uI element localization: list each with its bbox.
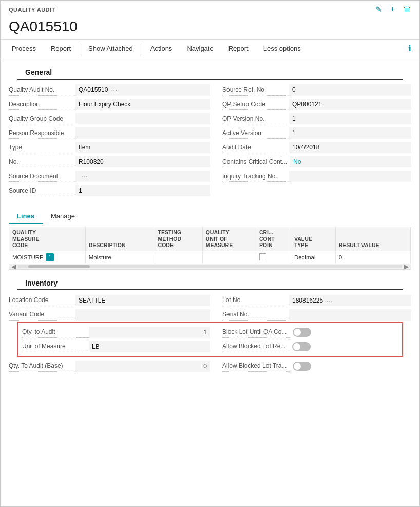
value-qp-version-no[interactable]: 1 — [289, 113, 411, 124]
page-title: QA015510 — [1, 16, 419, 39]
row-context-menu[interactable]: ⋮ — [46, 253, 54, 261]
value-person-responsible[interactable] — [75, 127, 210, 139]
scroll-left-arrow[interactable]: ◀ — [9, 263, 18, 270]
header-icon-group: ✎ + 🗑 — [375, 5, 411, 14]
field-contains-critical: Contains Critical Cont... No — [222, 155, 411, 169]
value-variant-code[interactable] — [75, 309, 210, 321]
toggle-allow-blocked-lot-tra-knob — [294, 363, 301, 370]
value-unit-of-measure[interactable]: LB — [89, 341, 210, 352]
field-type: Type Item — [9, 140, 210, 155]
inventory-section: Inventory Location Code SEATTLE Variant … — [1, 274, 419, 373]
col-value-type: VALUETYPE — [291, 227, 335, 251]
tab-lines[interactable]: Lines — [9, 209, 43, 224]
value-quality-group-code[interactable] — [75, 113, 210, 124]
cell-quality-measure-code: MOISTURE ⋮ — [9, 251, 85, 264]
field-quality-audit-no: Quality Audit No. QA015510 ··· — [9, 83, 210, 97]
spacer-1 — [1, 198, 419, 203]
value-qp-setup-code[interactable]: QP000121 — [289, 99, 411, 110]
value-active-version[interactable]: 1 — [289, 127, 411, 139]
edit-icon[interactable]: ✎ — [375, 5, 382, 14]
label-allow-blocked-lot-re: Allow Blocked Lot Re... — [222, 341, 289, 352]
cell-result-value: 0 — [335, 251, 410, 264]
highlighted-fields: Qty. to Audit 1 Unit of Measure LB Block… — [17, 322, 403, 357]
field-source-ref-no: Source Ref. No. 0 — [222, 83, 411, 97]
label-unit-of-measure: Unit of Measure — [22, 341, 89, 352]
toolbar-actions[interactable]: Actions — [143, 40, 180, 58]
label-serial-no: Serial No. — [222, 309, 289, 321]
label-inquiry-tracking-no: Inquiry Tracking No. — [222, 171, 289, 182]
value-qty-to-audit-base[interactable]: 0 — [75, 361, 210, 372]
label-block-lot: Block Lot Until QA Co... — [222, 327, 290, 338]
value-lot-no[interactable]: 180816225 ··· — [289, 295, 411, 306]
value-qty-to-audit[interactable]: 1 — [89, 327, 210, 338]
value-description[interactable]: Flour Expiry Check — [75, 99, 210, 110]
value-block-lot — [290, 327, 398, 338]
value-quality-audit-no[interactable]: QA015510 ··· — [75, 84, 210, 96]
scrollbar-thumb[interactable] — [28, 265, 90, 268]
value-allow-blocked-lot-re — [289, 341, 398, 352]
field-allow-blocked-lot-re: Allow Blocked Lot Re... — [222, 340, 398, 354]
toggle-allow-blocked-lot-tra[interactable] — [293, 362, 311, 371]
value-source-id[interactable]: 1 — [75, 185, 210, 196]
allow-blocked-tra-col: Allow Blocked Lot Tra... — [210, 359, 411, 373]
value-no[interactable]: R100320 — [75, 156, 210, 167]
toolbar-navigate[interactable]: Navigate — [180, 40, 221, 58]
field-person-responsible: Person Responsible — [9, 126, 210, 140]
info-icon[interactable]: ℹ — [404, 40, 415, 58]
value-inquiry-tracking-no[interactable] — [289, 171, 411, 182]
field-description: Description Flour Expiry Check — [9, 97, 210, 111]
scroll-right-arrow[interactable]: ▶ — [402, 263, 411, 270]
cell-quality-uom — [202, 251, 256, 264]
field-source-document: Source Document ··· — [9, 169, 210, 183]
lines-table-wrapper: QUALITYMEASURECODE DESCRIPTION TESTINGME… — [9, 227, 411, 270]
field-qp-setup-code: QP Setup Code QP000121 — [222, 97, 411, 111]
toolbar-process[interactable]: Process — [5, 40, 44, 58]
toolbar-less-options[interactable]: Less options — [256, 40, 309, 58]
table-row: MOISTURE ⋮ Moisture Decimal 0 — [9, 251, 411, 264]
field-qty-to-audit-base: Qty. To Audit (Base) 0 — [9, 359, 210, 373]
critical-checkbox[interactable] — [259, 253, 266, 260]
general-section: General Quality Audit No. QA015510 ··· D… — [1, 63, 419, 198]
value-location-code[interactable]: SEATTLE — [75, 295, 210, 306]
inventory-section-title: Inventory — [17, 274, 403, 290]
general-right-col: Source Ref. No. 0 QP Setup Code QP000121… — [210, 83, 411, 198]
label-lot-no: Lot No. — [222, 295, 289, 306]
col-description: DESCRIPTION — [85, 227, 155, 251]
inventory-right-col: Lot No. 180816225 ··· Serial No. — [210, 293, 411, 322]
dots-quality-audit-no[interactable]: ··· — [110, 86, 118, 94]
value-audit-date[interactable]: 10/4/2018 — [289, 142, 411, 153]
page-header: QUALITY AUDIT ✎ + 🗑 — [1, 1, 419, 16]
field-qp-version-no: QP Version No. 1 — [222, 111, 411, 126]
field-active-version: Active Version 1 — [222, 126, 411, 140]
value-source-ref-no[interactable]: 0 — [289, 84, 411, 96]
toggle-allow-blocked-lot-re-knob — [293, 343, 300, 350]
label-source-document: Source Document — [9, 171, 75, 182]
page-header-label: QUALITY AUDIT — [9, 7, 55, 13]
field-location-code: Location Code SEATTLE — [9, 293, 210, 308]
label-person-responsible: Person Responsible — [9, 127, 75, 139]
toolbar-report-2[interactable]: Report — [221, 40, 256, 58]
add-icon[interactable]: + — [390, 5, 395, 14]
value-serial-no[interactable] — [289, 309, 411, 321]
dots-source-document[interactable]: ··· — [81, 172, 89, 180]
field-inquiry-tracking-no: Inquiry Tracking No. — [222, 169, 411, 183]
value-type[interactable]: Item — [75, 142, 210, 153]
toggle-allow-blocked-lot-re[interactable] — [292, 342, 311, 351]
value-source-document[interactable]: ··· — [75, 171, 210, 182]
value-contains-critical[interactable]: No — [290, 156, 411, 167]
field-source-id: Source ID 1 — [9, 183, 210, 198]
label-qp-version-no: QP Version No. — [222, 113, 289, 124]
delete-icon[interactable]: 🗑 — [403, 5, 411, 14]
toolbar-show-attached[interactable]: Show Attached — [81, 40, 141, 58]
value-allow-blocked-lot-tra — [290, 361, 411, 372]
toolbar: Process Report Show Attached Actions Nav… — [1, 39, 419, 58]
label-audit-date: Audit Date — [222, 142, 289, 153]
toolbar-report-1[interactable]: Report — [44, 40, 79, 58]
toggle-block-lot[interactable] — [293, 328, 311, 337]
col-quality-uom: QUALITYUNIT OFMEASURE — [202, 227, 256, 251]
tab-manage[interactable]: Manage — [43, 209, 83, 224]
lines-tabs: Lines Manage — [9, 209, 411, 224]
lines-table: QUALITYMEASURECODE DESCRIPTION TESTINGME… — [9, 227, 411, 264]
field-audit-date: Audit Date 10/4/2018 — [222, 140, 411, 155]
dots-lot-no[interactable]: ··· — [325, 296, 333, 305]
